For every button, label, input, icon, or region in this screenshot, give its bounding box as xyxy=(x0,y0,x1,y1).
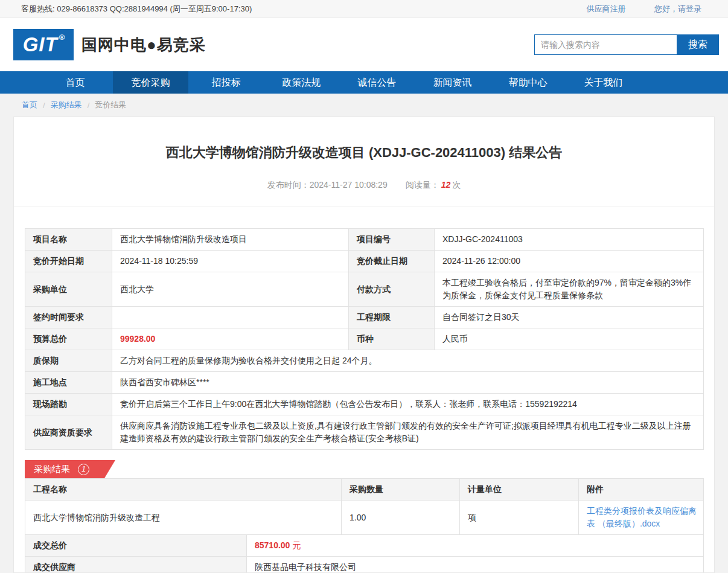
search-button[interactable]: 搜索 xyxy=(677,34,719,55)
table-header-row: 工程名称 采购数量 计量单位 附件 xyxy=(25,479,704,501)
topbar: 客服热线: 029-86618373 QQ:2881944994 (周一至周五9… xyxy=(0,0,728,18)
field-label: 签约时间要求 xyxy=(25,307,112,328)
deal-summary-table: 成交总价 85710.00元 成交供应商 陕西基品电子科技有限公司 xyxy=(25,534,704,573)
field-label: 施工地点 xyxy=(25,372,112,394)
site-name: 国网中电●易竞采 xyxy=(81,34,206,56)
site-logo[interactable]: GIT® xyxy=(13,29,74,60)
views-count: 12 xyxy=(441,180,451,190)
field-label: 成交总价 xyxy=(25,535,247,557)
table-row: 成交供应商 陕西基品电子科技有限公司 xyxy=(25,557,704,573)
divider xyxy=(14,206,714,206)
table-row: 供应商资质要求 供应商应具备消防设施工程专业承包二级及以上资质,具有建设行政主管… xyxy=(25,415,704,450)
breadcrumb-separator: / xyxy=(88,101,90,110)
nav-item-bidding-purchase[interactable]: 竞价采购 xyxy=(113,71,188,94)
field-label: 成交供应商 xyxy=(25,557,247,573)
registered-trademark-icon: ® xyxy=(59,33,66,42)
breadcrumb-home[interactable]: 首页 xyxy=(22,100,37,110)
table-row: 采购单位 西北大学 付款方式 本工程竣工验收合格后，付至审定价款的97%，留审定… xyxy=(25,272,704,307)
project-info-table: 项目名称 西北大学博物馆消防升级改造项目 项目编号 XDJJ-GC-202411… xyxy=(25,228,704,450)
column-header: 工程名称 xyxy=(25,479,342,501)
field-value: XDJJ-GC-202411003 xyxy=(435,229,704,251)
field-value: 乙方对合同工程的质量保修期为验收合格并交付使用之日起 24个月。 xyxy=(112,350,704,372)
quantity-cell: 1.00 xyxy=(342,501,460,535)
publish-time-label: 发布时间： xyxy=(267,180,310,190)
breadcrumb-current: 竞价结果 xyxy=(95,100,126,110)
login-link[interactable]: 您好，请登录 xyxy=(654,4,701,13)
attachment-link[interactable]: 工程类分项报价表及响应偏离表 （最终版）.docx xyxy=(587,506,697,528)
nav-item-tender[interactable]: 招投标 xyxy=(188,71,264,94)
field-value: 人民币 xyxy=(435,328,704,350)
breadcrumb: 首页 / 采购结果 / 竞价结果 xyxy=(0,94,728,117)
field-value: 自合同签订之日30天 xyxy=(435,307,704,328)
field-label: 质保期 xyxy=(25,350,112,372)
field-label: 付款方式 xyxy=(349,272,435,307)
table-row: 竞价开始日期 2024-11-18 10:25:59 竞价截止日期 2024-1… xyxy=(25,251,704,272)
budget-total-value: 99928.00 xyxy=(112,328,349,350)
field-value: 竞价开启后第三个工作日上午9:00在西北大学博物馆踏勘（包含公告发布日），联系人… xyxy=(112,394,704,415)
ribbon-label: 采购结果 xyxy=(34,464,70,475)
field-value: 西北大学 xyxy=(112,272,349,307)
nav-list: 首页 竞价采购 招投标 政策法规 诚信公告 新闻资讯 帮助中心 关于我们 xyxy=(37,71,728,94)
column-header: 采购数量 xyxy=(342,479,460,501)
field-label: 币种 xyxy=(349,328,435,350)
purchase-result-table: 工程名称 采购数量 计量单位 附件 西北大学博物馆消防升级改造工程 1.00 项… xyxy=(25,478,704,535)
views-unit: 次 xyxy=(452,180,461,190)
publish-time-value: 2024-11-27 10:08:29 xyxy=(310,180,388,190)
table-row: 施工地点 陕西省西安市碑林区**** xyxy=(25,372,704,394)
field-value: 2024-11-26 12:00:00 xyxy=(435,251,704,272)
logo-text: GIT xyxy=(23,33,58,56)
deal-total-cell: 85710.00元 xyxy=(247,535,704,557)
nav-item-news[interactable]: 新闻资讯 xyxy=(415,71,490,94)
field-value: 本工程竣工验收合格后，付至审定价款的97%，留审定金额的3%作为质保金，质保金支… xyxy=(435,272,704,307)
nav-item-about[interactable]: 关于我们 xyxy=(566,71,641,94)
column-header: 附件 xyxy=(579,479,704,501)
table-row: 现场踏勘 竞价开启后第三个工作日上午9:00在西北大学博物馆踏勘（包含公告发布日… xyxy=(25,394,704,415)
purchase-result-ribbon: 采购结果 1 xyxy=(25,460,115,478)
deal-total-unit: 元 xyxy=(292,540,301,550)
nav-item-integrity[interactable]: 诚信公告 xyxy=(339,71,415,94)
nav-item-home[interactable]: 首页 xyxy=(37,71,113,94)
main-nav: 首页 竞价采购 招投标 政策法规 诚信公告 新闻资讯 帮助中心 关于我们 xyxy=(0,71,728,94)
page-title: 西北大学博物馆消防升级改造项目 (XDJJ-GC-202411003) 结果公告 xyxy=(14,144,714,162)
field-label: 竞价截止日期 xyxy=(349,251,435,272)
field-label: 项目名称 xyxy=(25,229,112,251)
column-header: 计量单位 xyxy=(460,479,579,501)
table-row: 西北大学博物馆消防升级改造工程 1.00 项 工程类分项报价表及响应偏离表 （最… xyxy=(25,501,704,535)
deal-supplier-value: 陕西基品电子科技有限公司 xyxy=(247,557,704,573)
field-label: 采购单位 xyxy=(25,272,112,307)
unit-cell: 项 xyxy=(460,501,579,535)
nav-item-help[interactable]: 帮助中心 xyxy=(490,71,566,94)
search-bar: 搜索 xyxy=(534,34,719,55)
field-label: 预算总价 xyxy=(25,328,112,350)
field-label: 供应商资质要求 xyxy=(25,415,112,450)
field-label: 现场踏勘 xyxy=(25,394,112,415)
field-label: 工程期限 xyxy=(349,307,435,328)
article-meta: 发布时间：2024-11-27 10:08:29阅读量：12次 xyxy=(14,180,714,190)
field-value: 2024-11-18 10:25:59 xyxy=(112,251,349,272)
table-row: 签约时间要求 工程期限 自合同签订之日30天 xyxy=(25,307,704,328)
table-row: 成交总价 85710.00元 xyxy=(25,535,704,557)
field-value: 供应商应具备消防设施工程专业承包二级及以上资质,具有建设行政主管部门颁发的有效的… xyxy=(112,415,704,450)
field-value: 西北大学博物馆消防升级改造项目 xyxy=(112,229,349,251)
supplier-register-link[interactable]: 供应商注册 xyxy=(586,4,625,13)
breadcrumb-purchase-results[interactable]: 采购结果 xyxy=(51,100,82,110)
table-row: 预算总价 99928.00 币种 人民币 xyxy=(25,328,704,350)
table-row: 质保期 乙方对合同工程的质量保修期为验收合格并交付使用之日起 24个月。 xyxy=(25,350,704,372)
header: GIT® 国网中电●易竞采 搜索 xyxy=(0,18,728,71)
deal-total-value: 85710.00 xyxy=(255,540,290,550)
content-card: 西北大学博物馆消防升级改造项目 (XDJJ-GC-202411003) 结果公告… xyxy=(13,117,715,573)
topbar-links: 供应商注册 您好，请登录 xyxy=(560,4,701,14)
attachment-cell: 工程类分项报价表及响应偏离表 （最终版）.docx xyxy=(579,501,704,535)
project-name-cell: 西北大学博物馆消防升级改造工程 xyxy=(25,501,342,535)
breadcrumb-separator: / xyxy=(43,101,45,110)
search-input[interactable] xyxy=(534,34,677,55)
nav-item-policy[interactable]: 政策法规 xyxy=(264,71,339,94)
views-label: 阅读量： xyxy=(406,180,439,190)
field-value xyxy=(112,307,349,328)
field-label: 项目编号 xyxy=(349,229,435,251)
hotline-text: 客服热线: 029-86618373 QQ:2881944994 (周一至周五9… xyxy=(21,4,252,14)
field-value: 陕西省西安市碑林区**** xyxy=(112,372,704,394)
ribbon-count-badge: 1 xyxy=(78,464,89,475)
table-row: 项目名称 西北大学博物馆消防升级改造项目 项目编号 XDJJ-GC-202411… xyxy=(25,229,704,251)
field-label: 竞价开始日期 xyxy=(25,251,112,272)
